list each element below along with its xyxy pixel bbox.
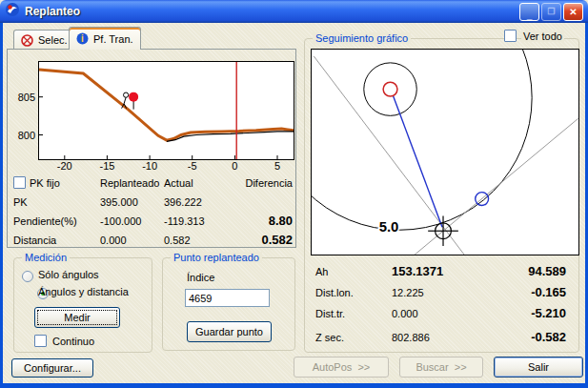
tab-selec-label: Selec. — [38, 34, 68, 46]
indice-input[interactable] — [185, 289, 270, 307]
radio-angulos-distancia-label: Ángulos y distancia — [38, 286, 129, 297]
punto-replanteado-title: Punto replanteado — [171, 252, 262, 263]
indice-label: Índice — [187, 272, 214, 283]
salir-button[interactable]: Salir — [494, 357, 583, 378]
seguimiento-title: Seguimiento gráfico — [313, 32, 411, 44]
target-point-icon — [383, 82, 397, 96]
window-border-left — [0, 21, 3, 388]
info-icon: i — [76, 32, 89, 45]
z-sec-label: Z sec. — [315, 332, 344, 343]
range-ring-5m — [311, 49, 532, 230]
window-title: Replanteo — [25, 5, 80, 18]
dist-lon-label: Dist.lon. — [315, 287, 354, 298]
ah-delta: 94.589 — [448, 264, 566, 278]
replanteo-window: Replanteo _ ❐ ✕ Selec. i Pf. Tran. 80080… — [0, 0, 588, 388]
ring-distance-label: 5.0 — [379, 219, 399, 235]
ver-todo-checkbox[interactable] — [504, 30, 517, 42]
titlebar[interactable]: Replanteo _ ❐ ✕ — [0, 0, 588, 23]
tracking-canvas: 5.0 — [311, 49, 579, 255]
target-tolerance-ring — [364, 63, 416, 115]
svg-text:i: i — [81, 33, 84, 44]
punto-replanteado-groupbox: Punto replanteado Índice Guardar punto — [162, 257, 295, 351]
maximize-button[interactable]: ❐ — [541, 3, 561, 21]
guardar-punto-button[interactable]: Guardar punto — [187, 321, 272, 342]
tab-page — [7, 49, 296, 248]
continuo-checkbox[interactable] — [34, 335, 47, 347]
radio-solo-angulos[interactable] — [22, 271, 33, 282]
tab-pf-tran[interactable]: i Pf. Tran. — [69, 27, 141, 50]
dist-tr-value: 0.000 — [392, 308, 418, 319]
app-icon — [5, 2, 20, 21]
dist-lon-delta: -0.165 — [448, 285, 566, 299]
z-sec-delta: -0.582 — [448, 330, 566, 344]
window-border-bottom — [0, 383, 588, 388]
ah-label: Ah — [315, 266, 328, 277]
z-sec-value: 802.886 — [392, 332, 430, 343]
configurar-button[interactable]: Configurar... — [11, 358, 93, 378]
guidance-line — [394, 96, 443, 228]
medicion-title: Medición — [22, 252, 70, 263]
autopos-button: AutoPos >> — [294, 357, 389, 378]
axis-line-2 — [409, 118, 578, 255]
buscar-button: Buscar >> — [399, 357, 483, 378]
minimize-button[interactable]: _ — [519, 3, 539, 21]
target-icon — [21, 34, 33, 47]
medir-button[interactable]: Medir — [34, 307, 120, 328]
seguimiento-groupbox: Seguimiento gráfico Ver todo 5.0 Ah 153.… — [304, 38, 579, 353]
ah-value: 153.1371 — [392, 264, 443, 278]
dist-tr-label: Dist.tr. — [315, 308, 345, 319]
dist-tr-delta: -5.210 — [448, 306, 566, 320]
tab-pf-tran-label: Pf. Tran. — [93, 33, 133, 45]
close-button[interactable]: ✕ — [563, 3, 583, 21]
dist-lon-value: 12.225 — [392, 287, 424, 298]
tab-selec[interactable]: Selec. — [13, 30, 75, 50]
continuo-label: Continuo — [52, 336, 94, 347]
ver-todo-label: Ver todo — [521, 31, 564, 42]
medicion-groupbox: Medición Sólo ángulos Ángulos y distanci… — [13, 257, 152, 353]
radio-solo-angulos-label: Sólo ángulos — [38, 269, 99, 280]
